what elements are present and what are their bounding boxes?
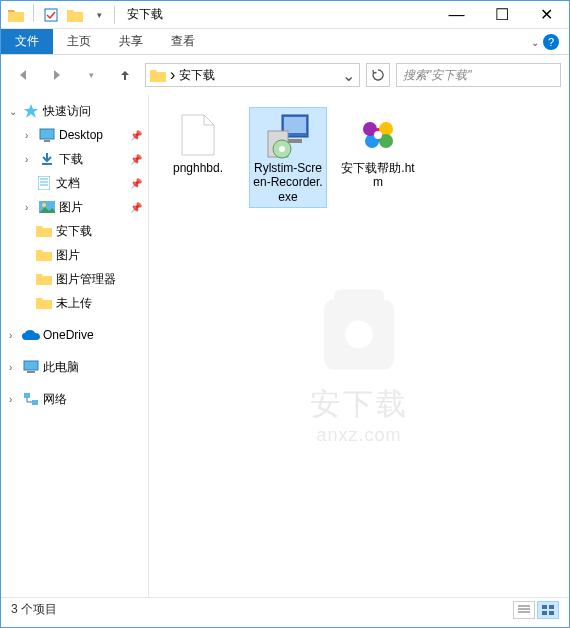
pin-icon: 📌 (130, 202, 142, 213)
watermark: 安下载 anxz.com (299, 280, 419, 446)
svg-rect-2 (44, 140, 50, 142)
blank-file-icon (174, 111, 222, 159)
view-switcher (513, 601, 559, 619)
chevron-right-icon[interactable]: › (25, 154, 35, 165)
sidebar-item-label: 图片管理器 (56, 271, 116, 288)
sidebar-item-folder[interactable]: 图片 (1, 243, 148, 267)
sidebar-item-folder[interactable]: 安下载 (1, 219, 148, 243)
icons-view-button[interactable] (537, 601, 559, 619)
folder-icon (35, 271, 53, 287)
sidebar-item-label: OneDrive (43, 328, 94, 342)
ribbon: 文件 主页 共享 查看 ⌄ ? (1, 29, 569, 55)
chevron-down-icon: ⌄ (531, 37, 539, 48)
chevron-down-icon[interactable]: ⌄ (9, 106, 19, 117)
tab-share[interactable]: 共享 (105, 29, 157, 54)
minimize-button[interactable]: — (434, 1, 479, 29)
content-area: ⌄ 快速访问 › Desktop 📌 › 下载 📌 文档 📌 › 图片 📌 (1, 95, 569, 597)
details-view-button[interactable] (513, 601, 535, 619)
window-title: 安下载 (127, 6, 163, 23)
sidebar-item-folder[interactable]: 图片管理器 (1, 267, 148, 291)
sidebar-item-pictures[interactable]: › 图片 📌 (1, 195, 148, 219)
window-controls: — ☐ ✕ (434, 1, 569, 29)
qat-dropdown-icon[interactable]: ▾ (88, 4, 110, 26)
network-icon (22, 391, 40, 407)
app-folder-icon[interactable] (5, 4, 27, 26)
chevron-right-icon[interactable]: › (9, 362, 19, 373)
status-text: 3 个项目 (11, 601, 57, 618)
file-name: Rylstim-Screen-Recorder.exe (251, 161, 325, 204)
qat-properties-icon[interactable] (40, 4, 62, 26)
htm-file-icon (354, 111, 402, 159)
qat-new-folder-icon[interactable] (64, 4, 86, 26)
chevron-right-icon[interactable]: › (9, 330, 19, 341)
svg-rect-3 (42, 163, 52, 165)
tab-file[interactable]: 文件 (1, 29, 53, 54)
sidebar-item-folder[interactable]: 未上传 (1, 291, 148, 315)
star-icon (22, 103, 40, 119)
navigation-pane: ⌄ 快速访问 › Desktop 📌 › 下载 📌 文档 📌 › 图片 📌 (1, 95, 149, 597)
refresh-button[interactable] (366, 63, 390, 87)
sidebar-item-label: Desktop (59, 128, 103, 142)
back-button[interactable] (9, 61, 37, 89)
svg-rect-12 (24, 393, 30, 398)
svg-rect-33 (549, 605, 554, 609)
close-button[interactable]: ✕ (524, 1, 569, 29)
breadcrumb-current[interactable]: 安下载 (179, 67, 215, 84)
svg-rect-14 (324, 300, 394, 370)
svg-point-16 (345, 321, 373, 349)
svg-rect-1 (40, 129, 54, 139)
search-input[interactable]: 搜索"安下载" (396, 63, 561, 87)
file-item[interactable]: 安下载帮助.htm (339, 107, 417, 194)
pictures-icon (38, 199, 56, 215)
sidebar-item-label: 快速访问 (43, 103, 91, 120)
sidebar-item-label: 文档 (56, 175, 80, 192)
sidebar-item-downloads[interactable]: › 下载 📌 (1, 147, 148, 171)
titlebar: ▾ 安下载 — ☐ ✕ (1, 1, 569, 29)
desktop-icon (38, 127, 56, 143)
folder-icon (35, 247, 53, 263)
chevron-right-icon[interactable]: › (9, 394, 19, 405)
forward-button[interactable] (43, 61, 71, 89)
quick-access-toolbar: ▾ (5, 4, 110, 26)
onedrive-icon (22, 327, 40, 343)
search-placeholder: 搜索"安下载" (403, 67, 472, 84)
chevron-right-icon[interactable]: › (25, 202, 35, 213)
sidebar-item-onedrive[interactable]: › OneDrive (1, 323, 148, 347)
sidebar-item-network[interactable]: › 网络 (1, 387, 148, 411)
sidebar-item-desktop[interactable]: › Desktop 📌 (1, 123, 148, 147)
svg-rect-4 (38, 176, 50, 190)
svg-rect-32 (542, 605, 547, 609)
svg-rect-13 (32, 400, 38, 405)
folder-icon (35, 295, 53, 311)
sidebar-item-thispc[interactable]: › 此电脑 (1, 355, 148, 379)
tab-view[interactable]: 查看 (157, 29, 209, 54)
sidebar-item-label: 图片 (59, 199, 83, 216)
chevron-right-icon[interactable]: › (25, 130, 35, 141)
sidebar-item-documents[interactable]: 文档 📌 (1, 171, 148, 195)
file-item[interactable]: pnghhbd. (159, 107, 237, 179)
folder-icon (35, 223, 53, 239)
ribbon-help[interactable]: ⌄ ? (521, 30, 569, 54)
pin-icon: 📌 (130, 178, 142, 189)
address-dropdown-icon[interactable]: ⌄ (342, 66, 355, 85)
pin-icon: 📌 (130, 130, 142, 141)
sidebar-item-label: 网络 (43, 391, 67, 408)
sidebar-item-quick-access[interactable]: ⌄ 快速访问 (1, 99, 148, 123)
svg-rect-15 (334, 290, 384, 310)
installer-exe-icon (264, 111, 312, 159)
recent-locations-button[interactable]: ▾ (77, 61, 105, 89)
maximize-button[interactable]: ☐ (479, 1, 524, 29)
up-button[interactable] (111, 61, 139, 89)
sidebar-item-label: 未上传 (56, 295, 92, 312)
sidebar-item-label: 安下载 (56, 223, 92, 240)
address-combo[interactable]: › 安下载 ⌄ (145, 63, 360, 87)
file-list[interactable]: 安下载 anxz.com pnghhbd. Rylstim-Screen-Re (149, 95, 569, 597)
help-icon[interactable]: ? (543, 34, 559, 50)
svg-point-22 (279, 146, 285, 152)
file-item[interactable]: Rylstim-Screen-Recorder.exe (249, 107, 327, 208)
documents-icon (35, 175, 53, 191)
svg-rect-11 (27, 371, 35, 373)
tab-home[interactable]: 主页 (53, 29, 105, 54)
svg-point-9 (42, 203, 46, 207)
sidebar-item-label: 此电脑 (43, 359, 79, 376)
